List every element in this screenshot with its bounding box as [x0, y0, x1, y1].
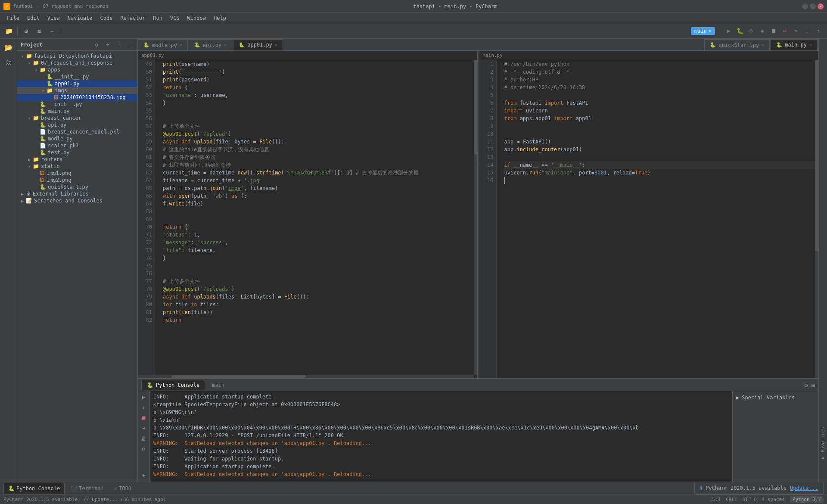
- coverage-button[interactable]: ◈: [757, 26, 768, 36]
- console-add-btn[interactable]: +: [140, 471, 148, 480]
- tab-close-app01py[interactable]: ✕: [275, 43, 277, 47]
- tree-item-img2[interactable]: ▾ 🖼 img2.png: [17, 177, 137, 184]
- tab-quickstartpy[interactable]: 🐍 quickStart.py ✕: [704, 39, 770, 50]
- tab-close-apipy[interactable]: ✕: [224, 43, 227, 47]
- footer-tab-python-console[interactable]: 🐍 Python Console: [3, 483, 65, 494]
- sidebar-settings-button[interactable]: ≡: [115, 41, 123, 49]
- tree-item-testpy[interactable]: ▾ 🐍 test.py: [17, 149, 137, 156]
- close-button[interactable]: ✕: [818, 3, 824, 9]
- code-lines-right[interactable]: #!/usr/bin/env python # -*- coding:utf-8…: [501, 60, 819, 378]
- console-up-btn[interactable]: ↑: [140, 403, 148, 412]
- tree-item-routers[interactable]: ▶ 📁 routers: [17, 156, 137, 163]
- scrollbar-thumb-v-right[interactable]: [815, 60, 818, 251]
- tree-item-apps[interactable]: ▾ 📁 apps: [17, 66, 137, 73]
- favorites-label[interactable]: ❤ Favorites: [819, 423, 827, 464]
- profile-button[interactable]: ⊕: [746, 26, 756, 36]
- tree-item-quickstart[interactable]: ▾ 🐍 quickStart.py: [17, 184, 137, 190]
- status-encoding[interactable]: CRLF: [726, 497, 737, 502]
- menu-window[interactable]: Window: [184, 14, 209, 22]
- footer-tab-todo[interactable]: ✓ TODO: [110, 483, 136, 494]
- maximize-button[interactable]: □: [810, 3, 816, 9]
- menu-run[interactable]: Run: [149, 14, 166, 22]
- menu-navigate[interactable]: Navigate: [64, 14, 96, 22]
- tree-item-mainpy[interactable]: ▾ 🐍 main.py: [17, 108, 137, 115]
- tree-item-extlibs[interactable]: ▶ 🗄 External Libraries: [17, 190, 137, 197]
- console-settings-btn2[interactable]: ⚙: [140, 445, 148, 453]
- code-scroll-right[interactable]: 1 2 3 4 5 6 7 8 9 10 11: [479, 60, 819, 378]
- menu-vcs[interactable]: VCS: [167, 14, 183, 22]
- structure-view-button[interactable]: 🗂: [2, 55, 16, 69]
- bottom-expand-button[interactable]: ⊞: [811, 382, 815, 389]
- bottom-settings-button[interactable]: ⚙: [804, 382, 808, 389]
- tree-item-init1[interactable]: ▾ 🐍 __init__.py: [17, 73, 137, 80]
- settings-button[interactable]: ⚙: [21, 26, 31, 36]
- run-button[interactable]: ▶: [724, 26, 734, 36]
- view-structure-button[interactable]: ≡: [34, 26, 44, 36]
- console-output[interactable]: INFO: Application startup complete. <tem…: [150, 391, 732, 482]
- tab-close-quickstart[interactable]: ✕: [762, 43, 764, 47]
- scrollbar-thumb-h-left[interactable]: [171, 375, 306, 378]
- sidebar-add-button[interactable]: +: [104, 41, 112, 49]
- tab-app01py[interactable]: 🐍 app01.py ✕: [233, 39, 283, 50]
- editor-content-right[interactable]: 1 2 3 4 5 6 7 8 9 10 11: [479, 60, 819, 378]
- collapse-button[interactable]: −: [47, 26, 57, 36]
- tree-item-static[interactable]: ▾ 📁 static: [17, 163, 137, 170]
- code-scroll-left[interactable]: 49 50 51 52 53 54 55 56 57 58 59: [138, 60, 477, 378]
- step-into-button[interactable]: ↓: [802, 26, 812, 36]
- tree-item-imgs[interactable]: ▾ 📁 imgs: [17, 87, 137, 94]
- tree-item-breast[interactable]: ▾ 📁 breast_cancer: [17, 115, 137, 121]
- minimize-button[interactable]: ─: [802, 3, 808, 9]
- console-reload-btn[interactable]: ↩: [140, 424, 148, 432]
- tree-item-img1[interactable]: ▾ 🖼 img1.png: [17, 170, 137, 177]
- run-config-badge[interactable]: main ▾: [691, 27, 715, 35]
- tree-item-init2[interactable]: ▾ 🐍 __init__.py: [17, 101, 137, 108]
- step-out-button[interactable]: ↑: [813, 26, 824, 36]
- sidebar-gear-button[interactable]: ⚙: [93, 41, 100, 49]
- tree-item-breastmodel[interactable]: ▾ 📄 breast_cancer_model.pkl: [17, 128, 137, 135]
- tree-item-apipy[interactable]: ▾ 🐍 api.py: [17, 121, 137, 128]
- console-clear-btn[interactable]: 🗑: [140, 434, 148, 443]
- notification-update-link[interactable]: Update...: [790, 485, 818, 491]
- scrollbar-v-right[interactable]: [815, 60, 818, 378]
- tab-apipy[interactable]: 🐍 api.py ✕: [189, 39, 232, 50]
- tree-item-fastapi[interactable]: ▾ 📁 fastapi D:\python\fastapi: [17, 53, 137, 59]
- scrollbar-h-left[interactable]: [138, 375, 474, 378]
- footer-tab-terminal[interactable]: ⬛ Terminal: [66, 483, 108, 494]
- bottom-tab-main[interactable]: main: [207, 380, 230, 390]
- menu-view[interactable]: View: [44, 14, 63, 22]
- menu-help[interactable]: Help: [210, 14, 230, 22]
- code-lines-left[interactable]: print(username) print('-----------') pri…: [159, 60, 477, 378]
- open-folder-button[interactable]: 📁: [3, 26, 14, 36]
- tree-item-07request[interactable]: ▾ 📁 07_request_and_response: [17, 59, 137, 66]
- rerun-button[interactable]: ↩: [780, 26, 790, 36]
- menu-refactor[interactable]: Refactor: [117, 14, 149, 22]
- scrollbar-thumb-v-left[interactable]: [474, 60, 477, 155]
- console-run-btn[interactable]: ▶: [140, 393, 148, 401]
- project-view-button[interactable]: 📂: [2, 40, 16, 54]
- tree-item-jpg1[interactable]: ▾ 🖼 20240702104458238.jpg: [17, 94, 137, 101]
- menu-edit[interactable]: Edit: [24, 14, 43, 22]
- tree-item-scratches[interactable]: ▶ 📝 Scratches and Consoles: [17, 197, 137, 204]
- tree-item-scaler[interactable]: ▾ 📄 scaler.pkl: [17, 142, 137, 149]
- scrollbar-v-left[interactable]: [474, 60, 477, 375]
- status-indent[interactable]: 4 spaces: [762, 497, 785, 502]
- status-charset[interactable]: UTF-8: [743, 497, 757, 502]
- tab-close-modlepy[interactable]: ✕: [180, 43, 182, 47]
- python-version-badge[interactable]: Python 3.7: [790, 496, 824, 503]
- sidebar-close-button[interactable]: −: [126, 41, 134, 49]
- special-vars-header[interactable]: ▶ Special Variables: [736, 395, 815, 401]
- stop-button[interactable]: ⏹: [768, 26, 779, 36]
- menu-code[interactable]: Code: [97, 14, 116, 22]
- console-stop-btn[interactable]: ⏹: [140, 414, 148, 422]
- tree-item-modlepy[interactable]: ▾ 🐍 modle.py: [17, 135, 137, 142]
- tab-close-mainpy[interactable]: ✕: [809, 43, 812, 47]
- menu-file[interactable]: File: [3, 14, 23, 22]
- tab-modlepy[interactable]: 🐍 modle.py ✕: [138, 39, 188, 50]
- tree-item-app01[interactable]: ▾ 🐍 app01.py: [17, 80, 137, 87]
- bottom-tab-python-console[interactable]: 🐍 Python Console: [141, 380, 205, 390]
- editor-content-left[interactable]: 49 50 51 52 53 54 55 56 57 58 59: [138, 60, 477, 378]
- debug-button[interactable]: 🐛: [735, 26, 745, 36]
- step-over-button[interactable]: ↷: [791, 26, 801, 36]
- status-position[interactable]: 15:1: [709, 497, 721, 502]
- tab-mainpy[interactable]: 🐍 main.py ✕: [771, 39, 818, 50]
